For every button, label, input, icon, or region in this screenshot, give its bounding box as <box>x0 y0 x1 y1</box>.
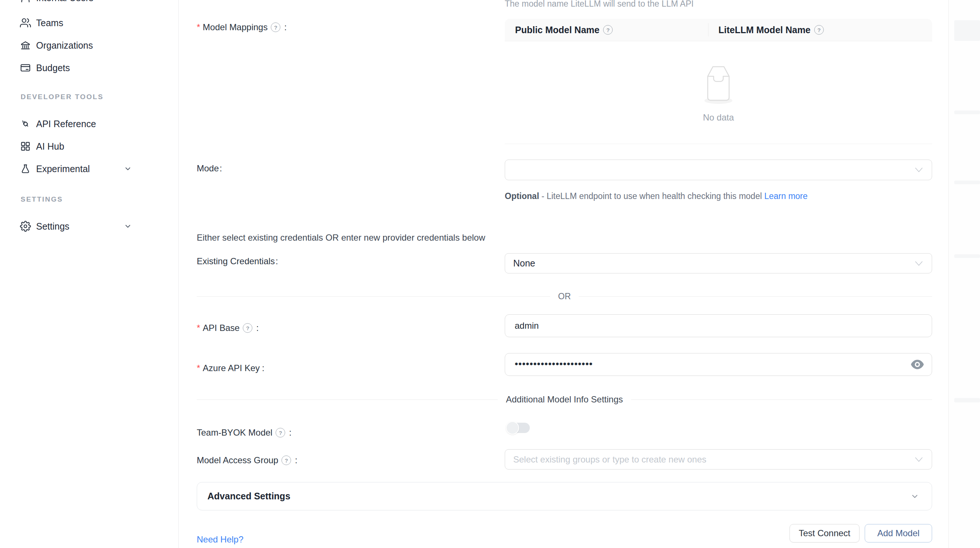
model-mappings-label: * Model Mappings ? : <box>197 22 286 32</box>
mode-label: Mode: <box>197 163 222 174</box>
masked-api-key-value: ••••••••••••••••••••• <box>515 358 593 370</box>
sidebar-heading-developer-tools: DEVELOPER TOOLS <box>21 93 103 101</box>
model-mappings-table: Public Model Name ? LiteLLM Model Name ? <box>505 19 932 144</box>
model-access-group-label: Model Access Group ? : <box>197 455 298 465</box>
chevron-down-icon <box>915 167 923 172</box>
sidebar-heading-settings: SETTINGS <box>21 195 63 204</box>
required-asterisk: * <box>197 323 200 333</box>
existing-credentials-value: None <box>513 258 535 269</box>
credentials-note: Either select existing credentials OR en… <box>197 233 485 243</box>
users-icon <box>20 18 31 29</box>
model-access-group-select[interactable]: Select existing groups or type to create… <box>505 449 932 470</box>
column-divider <box>708 23 708 37</box>
grid-icon <box>20 141 31 152</box>
bank-icon <box>20 40 31 51</box>
background-fragment <box>954 254 980 258</box>
sidebar-item-label: Internal Users <box>36 0 94 3</box>
help-circle-icon[interactable]: ? <box>275 428 285 437</box>
help-circle-icon[interactable]: ? <box>603 25 612 35</box>
sidebar-item-teams[interactable]: Teams <box>0 13 178 33</box>
table-empty-state: No data <box>505 62 932 123</box>
add-model-page: Internal Users Teams Organizations Budge… <box>0 0 980 548</box>
sidebar-item-ai-hub[interactable]: AI Hub <box>0 136 178 157</box>
eye-icon[interactable] <box>910 359 924 370</box>
credit-card-icon <box>20 62 31 73</box>
sidebar: Internal Users Teams Organizations Budge… <box>0 0 179 548</box>
background-fragment <box>954 111 980 114</box>
divider-line <box>631 400 932 400</box>
api-base-label: * API Base ? : <box>197 323 259 333</box>
or-divider-text: OR <box>558 292 571 301</box>
sidebar-item-label: Experimental <box>36 164 90 174</box>
sidebar-item-budgets[interactable]: Budgets <box>0 57 178 78</box>
advanced-settings-title: Advanced Settings <box>207 491 290 502</box>
help-circle-icon[interactable]: ? <box>282 456 291 465</box>
chevron-down-icon <box>124 222 132 230</box>
gear-icon <box>20 221 31 232</box>
additional-settings-divider-text: Additional Model Info Settings <box>506 394 623 405</box>
sidebar-item-label: Settings <box>36 221 69 232</box>
azure-api-key-label: * Azure API Key : <box>197 363 264 373</box>
sidebar-item-organizations[interactable]: Organizations <box>0 35 178 56</box>
mode-select[interactable] <box>505 159 932 180</box>
background-fragment <box>954 181 980 184</box>
api-base-value: admin <box>515 321 539 331</box>
column-header-litellm-model-name: LiteLLM Model Name ? <box>718 25 827 35</box>
table-header-row: Public Model Name ? LiteLLM Model Name ? <box>505 19 932 41</box>
test-connect-button[interactable]: Test Connect <box>789 524 859 542</box>
team-byok-toggle[interactable] <box>507 423 530 433</box>
api-base-input[interactable]: admin <box>505 314 932 337</box>
advanced-settings-panel[interactable]: Advanced Settings <box>197 482 932 510</box>
sidebar-item-settings[interactable]: Settings <box>0 216 178 237</box>
add-model-form: The model name LiteLLM will send to the … <box>178 0 948 548</box>
user-icon <box>20 0 31 3</box>
divider-line <box>197 296 550 297</box>
background-fragment <box>954 20 980 40</box>
empty-text: No data <box>703 112 734 123</box>
help-circle-icon[interactable]: ? <box>243 323 252 333</box>
empty-inbox-icon <box>702 62 735 107</box>
required-asterisk: * <box>197 363 200 373</box>
sidebar-item-label: Organizations <box>36 40 93 51</box>
plug-icon <box>20 118 31 129</box>
sidebar-item-internal-users[interactable]: Internal Users <box>0 0 178 8</box>
sidebar-item-label: API Reference <box>36 119 96 129</box>
sidebar-item-label: Budgets <box>36 63 70 73</box>
flask-icon <box>20 163 31 174</box>
existing-credentials-label: Existing Credentials: <box>197 256 278 266</box>
divider-line <box>197 400 498 400</box>
background-behind-panel <box>949 0 980 548</box>
mode-helper-text: Optional - LiteLLM endpoint to use when … <box>505 189 844 204</box>
help-circle-icon[interactable]: ? <box>271 22 280 32</box>
chevron-down-icon <box>124 165 132 173</box>
background-fragment <box>954 398 980 402</box>
chevron-down-icon <box>910 492 919 501</box>
sidebar-item-label: AI Hub <box>36 141 64 152</box>
sidebar-item-experimental[interactable]: Experimental <box>0 158 178 179</box>
add-model-button[interactable]: Add Model <box>865 524 932 542</box>
sidebar-item-api-reference[interactable]: API Reference <box>0 113 178 134</box>
help-circle-icon[interactable]: ? <box>814 25 824 35</box>
team-byok-label: Team-BYOK Model ? : <box>197 427 291 438</box>
column-header-public-model-name: Public Model Name ? <box>515 25 616 35</box>
existing-credentials-select[interactable]: None <box>505 253 932 274</box>
divider-line <box>579 296 932 297</box>
additional-settings-divider: Additional Model Info Settings <box>197 393 932 406</box>
chevron-down-icon <box>915 261 923 266</box>
learn-more-link[interactable]: Learn more <box>764 191 808 201</box>
required-asterisk: * <box>197 22 200 32</box>
azure-api-key-input[interactable]: ••••••••••••••••••••• <box>505 353 932 376</box>
model-access-group-placeholder: Select existing groups or type to create… <box>513 454 706 465</box>
or-divider: OR <box>197 291 932 302</box>
chevron-down-icon <box>915 457 923 462</box>
sidebar-item-label: Teams <box>36 18 64 29</box>
model-name-note: The model name LiteLLM will send to the … <box>505 0 694 9</box>
need-help-link[interactable]: Need Help? <box>197 534 243 545</box>
toggle-knob <box>506 421 519 435</box>
